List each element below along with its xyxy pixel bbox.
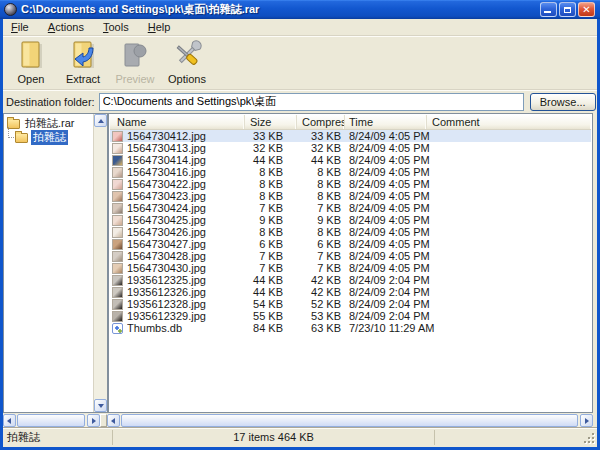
cell-name: 1564730427.jpg <box>127 238 245 250</box>
cell-compressed: 8 KB <box>297 190 345 202</box>
toolbar-separator <box>3 89 597 90</box>
open-folder-icon <box>15 39 47 71</box>
file-list-rows: 1564730412.jpg33 KB33 KB8/24/09 4:05 PM1… <box>110 130 591 411</box>
cell-compressed: 7 KB <box>297 262 345 274</box>
cell-name: 1564730422.jpg <box>127 178 245 190</box>
cell-size: 6 KB <box>245 238 297 250</box>
table-row[interactable]: 1935612328.jpg54 KB52 KB8/24/09 2:04 PM <box>110 298 591 310</box>
cell-size: 44 KB <box>245 154 297 166</box>
table-row[interactable]: 1935612325.jpg44 KB42 KB8/24/09 2:04 PM <box>110 274 591 286</box>
toolbar-label: Options <box>168 73 206 85</box>
cell-time: 8/24/09 2:04 PM <box>345 310 427 322</box>
cell-compressed: 44 KB <box>297 154 345 166</box>
cell-time: 8/24/09 4:05 PM <box>345 226 427 238</box>
cell-compressed: 52 KB <box>297 298 345 310</box>
table-row[interactable]: 1564730430.jpg7 KB7 KB8/24/09 4:05 PM <box>110 262 591 274</box>
cell-compressed: 7 KB <box>297 250 345 262</box>
table-row[interactable]: Thumbs.db84 KB63 KB7/23/10 11:29 AM <box>110 322 591 334</box>
scrollbar-thumb[interactable] <box>121 414 578 427</box>
cell-size: 54 KB <box>245 298 297 310</box>
image-thumbnail-icon <box>112 227 123 238</box>
restore-button[interactable] <box>559 2 576 17</box>
cell-size: 8 KB <box>245 178 297 190</box>
column-header-time[interactable]: Time <box>345 115 427 129</box>
minimize-button[interactable] <box>540 2 557 17</box>
arrow-left-icon <box>111 418 115 424</box>
table-row[interactable]: 1564730422.jpg8 KB8 KB8/24/09 4:05 PM <box>110 178 591 190</box>
tree-child-label: 拍雜誌 <box>31 130 68 145</box>
options-button[interactable]: Options <box>161 37 213 89</box>
table-row[interactable]: 1564730423.jpg8 KB8 KB8/24/09 4:05 PM <box>110 190 591 202</box>
arrow-right-icon <box>585 418 589 424</box>
table-row[interactable]: 1564730428.jpg7 KB7 KB8/24/09 4:05 PM <box>110 250 591 262</box>
image-thumbnail-icon <box>112 275 123 286</box>
extract-folder-icon <box>67 39 99 71</box>
scrollbar-thumb[interactable] <box>17 414 85 427</box>
close-button[interactable] <box>578 2 595 17</box>
tree-vertical-scrollbar[interactable] <box>93 114 107 412</box>
cell-time: 8/24/09 4:05 PM <box>345 142 427 154</box>
image-thumbnail-icon <box>112 167 123 178</box>
browse-button[interactable]: Browse... <box>530 93 596 111</box>
table-row[interactable]: 1935612329.jpg55 KB53 KB8/24/09 2:04 PM <box>110 310 591 322</box>
table-row[interactable]: 1564730424.jpg7 KB7 KB8/24/09 4:05 PM <box>110 202 591 214</box>
cell-compressed: 7 KB <box>297 202 345 214</box>
menu-tools[interactable]: Tools <box>95 20 137 34</box>
menu-file[interactable]: File <box>3 20 37 34</box>
table-row[interactable]: 1564730413.jpg32 KB32 KB8/24/09 4:05 PM <box>110 142 591 154</box>
cell-time: 8/24/09 4:05 PM <box>345 166 427 178</box>
window-title: C:\Documents and Settings\pk\桌面\拍雜誌.rar <box>21 2 540 17</box>
cell-time: 8/24/09 4:05 PM <box>345 154 427 166</box>
panel-splitter[interactable] <box>100 414 107 427</box>
table-row[interactable]: 1564730425.jpg9 KB9 KB8/24/09 4:05 PM <box>110 214 591 226</box>
cell-compressed: 32 KB <box>297 142 345 154</box>
cell-time: 8/24/09 2:04 PM <box>345 274 427 286</box>
column-header-compressed[interactable]: Compressed <box>297 115 345 129</box>
scroll-up-button[interactable] <box>94 114 107 127</box>
cell-size: 8 KB <box>245 226 297 238</box>
scroll-left-button[interactable] <box>3 414 16 427</box>
cell-time: 8/24/09 4:05 PM <box>345 190 427 202</box>
database-file-icon <box>112 323 123 334</box>
tree-item-archive-root[interactable]: 拍雜誌.rar <box>7 117 107 130</box>
open-button[interactable]: Open <box>5 37 57 89</box>
table-row[interactable]: 1564730426.jpg8 KB8 KB8/24/09 4:05 PM <box>110 226 591 238</box>
arrow-up-icon <box>98 119 104 123</box>
table-row[interactable]: 1564730416.jpg8 KB8 KB8/24/09 4:05 PM <box>110 166 591 178</box>
cell-compressed: 33 KB <box>297 130 345 142</box>
table-row[interactable]: 1564730414.jpg44 KB44 KB8/24/09 4:05 PM <box>110 154 591 166</box>
table-row[interactable]: 1564730412.jpg33 KB33 KB8/24/09 4:05 PM <box>110 130 591 142</box>
menu-help[interactable]: Help <box>140 20 179 34</box>
cell-time: 8/24/09 4:05 PM <box>345 238 427 250</box>
extract-button[interactable]: Extract <box>57 37 109 89</box>
cell-name: 1935612326.jpg <box>127 286 245 298</box>
preview-button[interactable]: Preview <box>109 37 161 89</box>
table-row[interactable]: 1935612326.jpg44 KB42 KB8/24/09 2:04 PM <box>110 286 591 298</box>
column-header-comment[interactable]: Comment <box>427 115 591 129</box>
scroll-right-button[interactable] <box>580 414 593 427</box>
scroll-down-button[interactable] <box>94 399 107 412</box>
cell-time: 8/24/09 2:04 PM <box>345 286 427 298</box>
column-header-name[interactable]: Name <box>110 115 245 129</box>
destination-folder-input[interactable] <box>99 93 524 111</box>
scroll-right-button[interactable] <box>87 414 100 427</box>
table-row[interactable]: 1564730427.jpg6 KB6 KB8/24/09 4:05 PM <box>110 238 591 250</box>
cell-size: 8 KB <box>245 166 297 178</box>
archive-tree-panel: 拍雜誌.rar 拍雜誌 <box>3 113 108 413</box>
image-thumbnail-icon <box>112 239 123 250</box>
scroll-left-button[interactable] <box>107 414 120 427</box>
cell-size: 33 KB <box>245 130 297 142</box>
menu-actions[interactable]: Actions <box>40 20 92 34</box>
image-thumbnail-icon <box>112 299 123 310</box>
list-horizontal-scrollbar[interactable] <box>107 414 593 427</box>
toolbar-label: Open <box>18 73 45 85</box>
cell-time: 8/24/09 4:05 PM <box>345 178 427 190</box>
cell-name: 1935612329.jpg <box>127 310 245 322</box>
resize-grip-icon[interactable] <box>584 433 596 445</box>
cell-name: 1564730428.jpg <box>127 250 245 262</box>
cell-name: 1564730430.jpg <box>127 262 245 274</box>
column-header-size[interactable]: Size <box>245 115 297 129</box>
tree-horizontal-scrollbar[interactable] <box>3 414 100 427</box>
cell-name: 1564730412.jpg <box>127 130 245 142</box>
image-thumbnail-icon <box>112 251 123 262</box>
